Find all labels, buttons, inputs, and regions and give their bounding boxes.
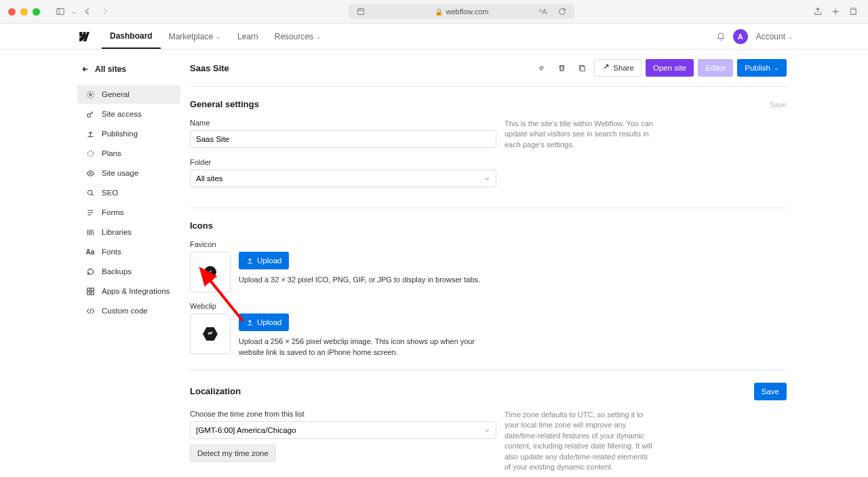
- sidebar-item-publishing[interactable]: Publishing: [77, 124, 180, 143]
- detect-timezone-button[interactable]: Detect my time zone: [190, 444, 276, 462]
- sidebar-item-apps[interactable]: Apps & Integrations: [77, 282, 180, 301]
- section-title-general: General settings: [190, 99, 259, 109]
- webclip-image: [203, 326, 218, 341]
- arrow-left-icon: [81, 65, 90, 73]
- back-label: All sites: [95, 64, 126, 74]
- webclip-label: Webclip: [190, 302, 787, 310]
- sidebar-item-plans[interactable]: Plans: [77, 144, 180, 163]
- timezone-help: Time zone defaults to UTC, so setting it…: [505, 410, 654, 472]
- back-icon[interactable]: [81, 5, 94, 18]
- top-nav: Dashboard Marketplace⌄ Learn Resources⌄ …: [0, 24, 868, 50]
- sidebar-item-fonts[interactable]: AaFonts: [77, 242, 180, 261]
- content: Saas Site Share Open site Editor Publish…: [183, 50, 793, 477]
- browser-chrome: ⌄ 🔒 webflow.com ᵃA: [0, 0, 868, 24]
- translate-icon[interactable]: ᵃA: [536, 5, 550, 18]
- favicon-preview: [190, 252, 231, 292]
- name-help: This is the site's title within Webflow.…: [505, 119, 654, 150]
- svg-rect-4: [851, 9, 856, 15]
- fonts-icon: Aa: [85, 247, 95, 256]
- share-icon[interactable]: [811, 5, 825, 18]
- chevron-down-icon: ⌄: [788, 33, 793, 40]
- lock-icon: 🔒: [435, 8, 443, 16]
- section-title-localization: Localization: [190, 386, 241, 396]
- section-title-icons: Icons: [190, 221, 213, 231]
- sidebar-item-forms[interactable]: Forms: [77, 203, 180, 222]
- editor-button[interactable]: Editor: [698, 59, 733, 77]
- tabs-icon[interactable]: [846, 5, 860, 18]
- new-tab-icon[interactable]: [829, 5, 842, 18]
- reload-icon[interactable]: [555, 5, 569, 18]
- nav-resources[interactable]: Resources⌄: [267, 24, 330, 49]
- webflow-logo[interactable]: [75, 32, 90, 41]
- publish-button[interactable]: Publish⌄: [737, 59, 787, 77]
- url-text: webflow.com: [446, 7, 489, 16]
- svg-rect-0: [57, 9, 64, 15]
- name-input[interactable]: [190, 130, 496, 148]
- favicon-image: [204, 266, 216, 278]
- svg-rect-12: [87, 292, 90, 294]
- library-icon: [85, 227, 95, 237]
- webclip-preview: [190, 313, 231, 354]
- svg-point-5: [89, 93, 91, 95]
- back-to-all-sites[interactable]: All sites: [75, 60, 183, 78]
- svg-point-8: [90, 172, 91, 174]
- save-general[interactable]: Save: [770, 100, 787, 109]
- settings-icon: [85, 90, 95, 99]
- notifications-icon[interactable]: [714, 30, 728, 43]
- nav-learn[interactable]: Learn: [229, 24, 267, 49]
- svg-point-9: [87, 190, 92, 195]
- nav-dashboard[interactable]: Dashboard: [102, 24, 161, 49]
- site-link-icon[interactable]: [533, 60, 549, 76]
- sidebar-item-backups[interactable]: Backups: [77, 262, 180, 281]
- sidebar-item-general[interactable]: General: [77, 85, 180, 104]
- delete-icon[interactable]: [553, 60, 570, 76]
- svg-rect-2: [358, 9, 364, 15]
- chevron-down-icon[interactable]: ⌄: [71, 8, 77, 15]
- publish-icon: [85, 129, 95, 138]
- folder-label: Folder: [190, 158, 496, 166]
- webclip-help: Upload a 256 × 256 pixel webclip image. …: [239, 337, 496, 358]
- backups-icon: [85, 267, 95, 276]
- favicon-help: Upload a 32 × 32 pixel ICO, PNG, GIF, or…: [239, 275, 496, 285]
- duplicate-icon[interactable]: [574, 60, 590, 76]
- upload-icon: [246, 257, 254, 265]
- upload-webclip-button[interactable]: Upload: [239, 313, 289, 331]
- forms-icon: [85, 208, 95, 217]
- forward-icon[interactable]: [98, 5, 112, 18]
- open-site-button[interactable]: Open site: [646, 59, 694, 77]
- sidebar-item-site-access[interactable]: Site access: [77, 104, 180, 123]
- chevron-down-icon: ⌄: [216, 33, 221, 40]
- folder-select[interactable]: All sites: [190, 170, 496, 187]
- svg-rect-13: [91, 292, 94, 294]
- svg-rect-10: [87, 288, 90, 290]
- share-arrow-icon: [601, 64, 610, 72]
- avatar[interactable]: A: [733, 29, 748, 44]
- code-icon: [85, 306, 95, 316]
- sidebar-item-site-usage[interactable]: Site usage: [77, 164, 180, 183]
- sidebar-toggle-icon[interactable]: [54, 5, 67, 18]
- account-menu[interactable]: Account⌄: [748, 24, 793, 49]
- save-localization-button[interactable]: Save: [754, 383, 787, 400]
- nav-marketplace[interactable]: Marketplace⌄: [161, 24, 229, 49]
- timezone-label: Choose the time zone from this list: [190, 410, 496, 418]
- plans-icon: [85, 149, 95, 158]
- key-icon: [85, 109, 95, 119]
- window-close[interactable]: [8, 8, 16, 16]
- favicon-label: Favicon: [190, 240, 787, 248]
- svg-rect-14: [580, 66, 585, 71]
- window-minimize[interactable]: [20, 8, 28, 16]
- upload-favicon-button[interactable]: Upload: [239, 252, 289, 269]
- timezone-select[interactable]: [GMT-6:00] America/Chicago: [190, 421, 496, 439]
- sidebar-item-libraries[interactable]: Libraries: [77, 223, 180, 242]
- svg-rect-11: [91, 288, 94, 290]
- share-button[interactable]: Share: [594, 59, 642, 77]
- chevron-down-icon: ⌄: [774, 64, 779, 71]
- upload-icon: [246, 319, 254, 326]
- site-settings-icon[interactable]: [354, 5, 368, 18]
- window-maximize[interactable]: [33, 8, 40, 16]
- url-bar[interactable]: 🔒 webflow.com ᵃA: [349, 4, 574, 19]
- sidebar-item-seo[interactable]: SEO: [77, 183, 180, 202]
- name-label: Name: [190, 119, 496, 127]
- sidebar-item-custom-code[interactable]: Custom code: [77, 301, 180, 320]
- chevron-down-icon: ⌄: [316, 33, 321, 40]
